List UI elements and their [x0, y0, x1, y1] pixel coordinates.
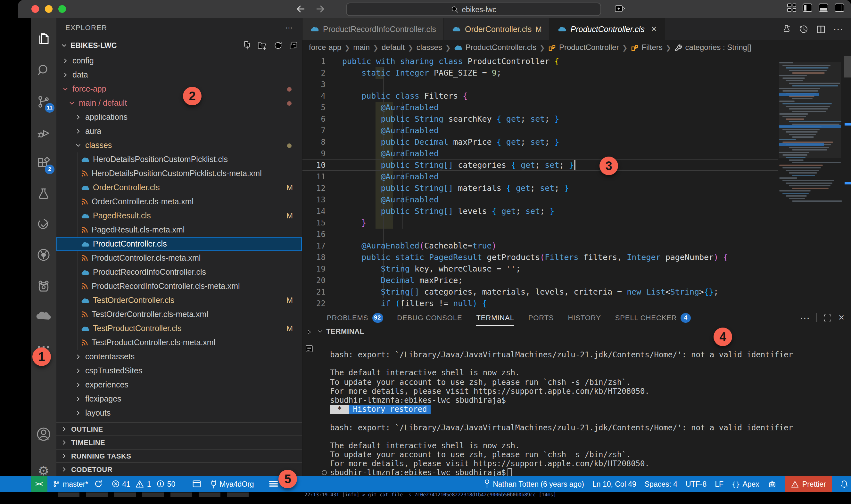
editor-more-actions-icon[interactable]: ⋯	[833, 23, 843, 35]
breadcrumb-item[interactable]: main	[353, 43, 370, 52]
org-item[interactable]: Mya4dOrg	[210, 479, 254, 488]
terminal-list-icon[interactable]	[305, 344, 313, 353]
panel-tab-debug-console[interactable]: DEBUG CONSOLE	[397, 309, 462, 326]
tree-item[interactable]: force-app	[56, 82, 302, 96]
breadcrumb-item[interactable]: ProductController	[548, 43, 619, 52]
tree-item[interactable]: PagedResult.cls-meta.xml	[56, 223, 302, 237]
tree-item[interactable]: layouts	[56, 406, 302, 420]
tree-item[interactable]: TestProductController.cls-meta.xml	[56, 336, 302, 350]
tree-item[interactable]: applications	[56, 110, 302, 124]
indentation-item[interactable]: Spaces: 4	[645, 480, 677, 488]
split-editor-icon[interactable]	[816, 25, 826, 34]
new-file-icon[interactable]	[242, 41, 251, 50]
tree-item[interactable]: aura	[56, 124, 302, 138]
breadcrumb-item[interactable]: classes	[417, 43, 442, 52]
prettier-status-item[interactable]: Prettier	[785, 476, 832, 492]
apex-debugger-item[interactable]	[768, 479, 777, 488]
sidebar-item-testing[interactable]	[31, 212, 56, 238]
tree-item[interactable]: flexipages	[56, 392, 302, 406]
copilot-icon[interactable]	[614, 3, 625, 15]
breadcrumb-item[interactable]: Filters	[630, 43, 662, 52]
maximize-panel-icon[interactable]	[823, 313, 832, 322]
tree-item[interactable]: PagedResult.clsM	[56, 209, 302, 223]
new-folder-icon[interactable]	[258, 41, 267, 50]
explorer-more-actions-icon[interactable]: ⋯	[285, 23, 293, 32]
toggle-primary-sidebar-icon[interactable]	[802, 3, 813, 12]
refresh-icon[interactable]	[274, 41, 283, 50]
overview-ruler[interactable]	[843, 54, 851, 309]
customize-layout-icon[interactable]	[787, 3, 797, 12]
editor-tab[interactable]: ProductController.cls✕	[550, 18, 665, 40]
breadcrumb-item[interactable]: force-app	[309, 43, 341, 52]
editor-tab[interactable]: ProductRecordInfoController.cls	[302, 18, 445, 40]
timeline-history-icon[interactable]	[799, 24, 809, 34]
tree-item[interactable]: HeroDetailsPositionCustomPicklist.cls	[56, 152, 302, 166]
language-mode-item[interactable]: {} Apex	[732, 480, 759, 488]
panel-tab-problems[interactable]: PROBLEMS92	[327, 309, 383, 326]
notifications-item[interactable]	[840, 479, 848, 488]
eol-item[interactable]: LF	[715, 480, 724, 488]
sidebar-section-codetour[interactable]: CODETOUR	[56, 462, 302, 476]
git-branch-item[interactable]: master*	[53, 480, 102, 488]
tree-item[interactable]: ProductRecordInfoController.cls	[56, 265, 302, 279]
tree-item[interactable]: HeroDetailsPositionCustomPicklist.cls-me…	[56, 166, 302, 181]
tree-item[interactable]: classes	[56, 138, 302, 152]
chevron-right-icon[interactable]	[306, 328, 313, 336]
sidebar-item-source-control[interactable]: 11	[31, 89, 56, 115]
tree-item[interactable]: experiences	[56, 378, 302, 392]
tree-item[interactable]: ProductRecordInfoController.cls-meta.xml	[56, 279, 302, 293]
toggle-secondary-sidebar-icon[interactable]	[834, 3, 845, 12]
collapse-all-icon[interactable]	[289, 41, 298, 50]
gitlens-blame-item[interactable]: Nathan Totten (6 years ago)	[484, 479, 584, 489]
forward-arrow-icon[interactable]	[315, 3, 326, 15]
tree-item[interactable]: OrderController.cls-meta.xml	[56, 195, 302, 209]
tree-item[interactable]: ProductController.cls	[56, 237, 302, 251]
breadcrumb-item[interactable]: categories : String[]	[675, 43, 752, 52]
account-icon[interactable]	[31, 421, 56, 447]
sidebar-item-search[interactable]	[31, 58, 56, 83]
lines-menu-item[interactable]	[270, 480, 278, 487]
tree-item[interactable]: contentassets	[56, 350, 302, 364]
close-window-button[interactable]	[31, 5, 39, 13]
encoding-item[interactable]: UTF-8	[686, 480, 707, 488]
tree-item[interactable]: TestProductController.clsM	[56, 322, 302, 336]
tree-item[interactable]: OrderController.clsM	[56, 181, 302, 195]
editor-tab[interactable]: OrderController.clsM	[445, 18, 550, 40]
sidebar-item-test-beaker[interactable]	[31, 181, 56, 207]
tree-item[interactable]: main / default	[56, 96, 302, 110]
sidebar-item-extensions[interactable]: 2	[31, 150, 56, 176]
minimize-window-button[interactable]	[45, 5, 53, 13]
tree-item[interactable]: data	[56, 68, 302, 82]
close-tab-icon[interactable]: ✕	[651, 25, 657, 33]
sidebar-item-run-debug[interactable]	[31, 121, 56, 146]
terminal-output[interactable]: bash: export: `/Library/Java/JavaVirtual…	[330, 350, 793, 478]
cursor-position-item[interactable]: Ln 10, Col 49	[592, 480, 636, 488]
editor-layout-item[interactable]	[192, 480, 201, 488]
panel-tab-spell-checker[interactable]: SPELL CHECKER4	[615, 309, 691, 326]
tree-item[interactable]: cspTrustedSites	[56, 364, 302, 378]
project-root-row[interactable]: EBIKES-LWC	[56, 37, 302, 54]
sidebar-item-salesforce[interactable]	[31, 304, 56, 329]
toggle-panel-icon[interactable]	[818, 3, 829, 12]
tree-item[interactable]: TestOrderController.cls-meta.xml	[56, 307, 302, 322]
breadcrumb-item[interactable]: default	[382, 43, 405, 52]
sidebar-item-github[interactable]	[31, 242, 56, 268]
sidebar-section-running-tasks[interactable]: RUNNING TASKS	[56, 449, 302, 462]
panel-more-actions-icon[interactable]: ⋯	[800, 311, 810, 324]
back-arrow-icon[interactable]	[295, 3, 306, 15]
zoom-window-button[interactable]	[58, 5, 66, 13]
scrollbar-thumb[interactable]	[844, 56, 851, 77]
command-center-search[interactable]: ebikes-lwc	[346, 3, 601, 16]
sidebar-section-timeline[interactable]: TIMELINE	[56, 435, 302, 449]
minimap[interactable]	[779, 62, 841, 213]
remote-indicator[interactable]: ><	[31, 476, 48, 492]
panel-tab-terminal[interactable]: TERMINAL	[476, 309, 514, 326]
tree-item[interactable]: TestOrderController.clsM	[56, 293, 302, 307]
sidebar-item-bear-extension[interactable]	[31, 273, 56, 299]
tree-item[interactable]: config	[56, 54, 302, 68]
problems-item[interactable]: 41 1 50	[111, 480, 175, 488]
code-editor[interactable]: 1public with sharing class ProductContro…	[302, 54, 851, 309]
close-panel-icon[interactable]: ✕	[838, 313, 845, 322]
sidebar-section-outline[interactable]: OUTLINE	[56, 422, 302, 435]
run-tests-beaker-icon[interactable]	[782, 24, 792, 34]
